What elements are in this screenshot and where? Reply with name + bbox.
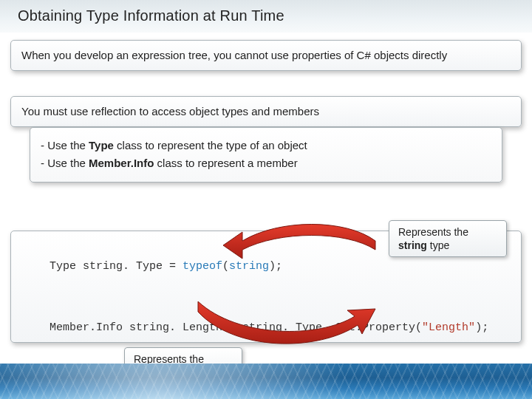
bullet-1-bold: Type [89,139,114,151]
bullet-1: - Use the Type class to represent the ty… [41,138,491,153]
callout-string-type: Represents the string type [389,220,507,257]
footer-band [0,364,532,399]
bullet-2-post: class to represent a member [154,157,297,169]
bullet-2-bold: Member.Info [89,157,154,169]
callout-right-bold: string [398,239,427,251]
intro-text: When you develop an expression tree, you… [21,49,447,61]
bullet-2-pre: - Use the [41,157,89,169]
bullet-2: - Use the Member.Info class to represent… [41,156,491,171]
callout-right-post: type [427,239,449,251]
reflect-text: You must use reflection to access object… [21,105,319,117]
code-l1-kw: typeof [183,260,222,273]
code-line-2: Member.Info string. Length = string. Typ… [23,306,509,351]
panel-intro: When you develop an expression tree, you… [10,40,522,71]
callout-right-pre: Represents the [398,226,468,238]
code-l1-kw2: string [229,260,269,273]
code-l2-t2: ); [475,321,488,334]
bullet-1-post: class to represent the type of an object [114,139,307,151]
code-l1-t2: ( [222,260,229,273]
code-l2-t1: Member.Info string. Length = string. Typ… [50,321,422,334]
code-l2-str: "Length" [422,321,475,334]
code-l1-t3: ); [269,260,282,273]
panel-bullets: - Use the Type class to represent the ty… [30,127,502,183]
code-l1-t1: Type string. Type = [50,260,183,273]
slide-title: Obtaining Type Information at Run Time [18,7,514,24]
bullet-1-pre: - Use the [41,139,89,151]
panel-reflection: You must use reflection to access object… [10,96,522,127]
